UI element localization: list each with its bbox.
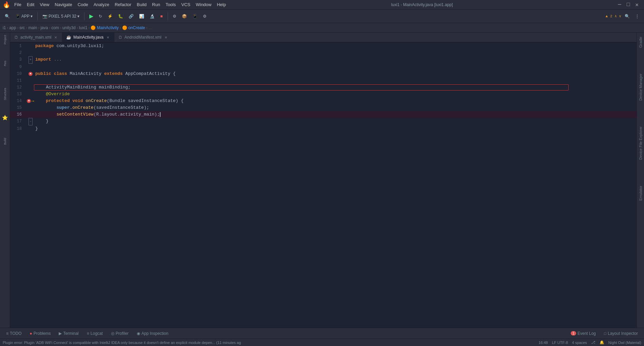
stop-button[interactable]: ■	[158, 13, 165, 20]
device-file-explorer-panel-label[interactable]: Device File Explorer	[638, 125, 643, 161]
gutter-18	[27, 125, 34, 132]
sidebar-project[interactable]: Project	[1, 35, 10, 44]
todo-tab[interactable]: ≡ TODO	[3, 330, 25, 337]
app-inspection-tab[interactable]: ◉ App Inspection	[133, 330, 172, 337]
breadcrumb-i1[interactable]: i1	[3, 25, 6, 30]
device-label: PIXEL 5 API 32	[49, 14, 76, 19]
menu-help[interactable]: Help	[214, 1, 229, 8]
tab-main-activity-close[interactable]: ✕	[106, 35, 110, 40]
menu-run[interactable]: Run	[149, 1, 163, 8]
code-line-14: 14 ● → protected void onCreate(Bundle sa…	[10, 98, 637, 104]
menu-view[interactable]: View	[37, 1, 52, 8]
sidebar-favorites[interactable]: ⭐	[1, 113, 10, 122]
attach-debugger-button[interactable]: 🔗	[127, 13, 136, 20]
breakpoint-icon-14[interactable]: ●	[27, 99, 31, 103]
code-editor[interactable]: 1 package com.unity3d.luxi1; 2 3 + impor…	[10, 43, 637, 328]
menu-file[interactable]: File	[12, 1, 24, 8]
code-line-18: 18 }	[10, 125, 637, 132]
run-button[interactable]: ▶	[87, 12, 95, 20]
breadcrumb-luxi1[interactable]: luxi1	[79, 25, 88, 30]
breadcrumb-java[interactable]: java	[40, 25, 48, 30]
menu-refactor[interactable]: Refactor	[112, 1, 134, 8]
search-everywhere-button[interactable]: 🔍	[3, 13, 12, 20]
code-line-1: 1 package com.unity3d.luxi1;	[10, 43, 637, 49]
tab-activity-main-label: activity_main.xml	[20, 35, 51, 40]
breadcrumb-mainactivity[interactable]: 🟠 MainActivity	[91, 25, 118, 30]
logcat-tab[interactable]: ≡ Logcat	[83, 330, 106, 337]
tab-activity-main-close[interactable]: ✕	[53, 35, 58, 40]
breadcrumb-com[interactable]: com	[51, 25, 59, 30]
editor-empty-space	[10, 132, 637, 268]
device-selector-button[interactable]: 📷 PIXEL 5 API 32 ▾	[40, 13, 81, 20]
fold-icon-3[interactable]: +	[29, 56, 33, 64]
terminal-tab[interactable]: ▶ Terminal	[55, 330, 82, 337]
terminal-label: Terminal	[63, 331, 78, 336]
settings-button[interactable]: ⚙	[201, 13, 209, 20]
breadcrumb-oncreate[interactable]: 🟠 onCreate	[122, 25, 145, 30]
problems-tab[interactable]: ● Problems	[26, 330, 54, 337]
refresh-button[interactable]: ↻	[97, 13, 104, 20]
tabs-bar: 🗋 activity_main.xml ✕ ☕ MainActivity.jav…	[10, 33, 637, 43]
line-content-3: import ...	[34, 56, 637, 64]
run-with-coverage-button[interactable]: ⚡	[106, 13, 115, 20]
sidebar-resource-manager[interactable]: Res	[1, 59, 10, 68]
tab-android-manifest[interactable]: 🗋 AndroidManifest.xml ✕	[114, 33, 172, 42]
profiler-tab[interactable]: ◎ Profiler	[108, 330, 132, 337]
event-log-count: 1	[571, 331, 576, 335]
breadcrumb-app[interactable]: app	[9, 25, 16, 30]
breadcrumb-expand[interactable]: …	[149, 25, 153, 30]
menu-analyze[interactable]: Analyze	[91, 1, 112, 8]
profile-button[interactable]: 📊	[137, 13, 146, 20]
device-manager-panel-label[interactable]: Device Manager	[638, 72, 643, 102]
tab-main-activity[interactable]: ☕ MainActivity.java ✕	[62, 33, 114, 42]
analyze-apk-button[interactable]: 🔬	[148, 13, 157, 20]
fold-icon-17[interactable]: -	[29, 118, 33, 125]
breadcrumb-main[interactable]: main	[28, 25, 37, 30]
maximize-button[interactable]: □	[624, 2, 633, 8]
notification-icon: 🔔	[600, 340, 604, 345]
sdk-manager-button[interactable]: 📦	[180, 13, 189, 20]
encoding[interactable]: LF UTF-8	[552, 341, 568, 345]
minimize-button[interactable]: ─	[615, 2, 624, 8]
close-button[interactable]: ✕	[632, 1, 641, 8]
search-button[interactable]: 🔍	[623, 13, 632, 20]
event-log-label: Event Log	[577, 331, 596, 336]
menu-window[interactable]: Window	[193, 1, 214, 8]
event-log-tab[interactable]: 1 Event Log	[567, 330, 599, 337]
todo-label: TODO	[10, 331, 21, 336]
line-number-9: 9	[10, 64, 27, 70]
menu-vcs[interactable]: VCS	[178, 1, 193, 8]
menu-build[interactable]: Build	[134, 1, 149, 8]
line-number-16: 16	[10, 111, 27, 118]
theme[interactable]: Night Owl (Material)	[608, 341, 641, 345]
breakpoint-icon-10[interactable]: ●	[29, 72, 33, 76]
tab-android-manifest-close[interactable]: ✕	[164, 35, 168, 40]
run-config-button[interactable]: 📱 APP ▾	[13, 13, 35, 20]
debug-button[interactable]: 🐛	[116, 13, 125, 20]
gradle-panel-label[interactable]: Gradle	[638, 35, 643, 49]
warnings-count[interactable]: ▲ 2 ∧ ∨	[606, 14, 621, 18]
indent[interactable]: 4 spaces	[572, 341, 587, 345]
menu-navigate[interactable]: Navigate	[52, 1, 75, 8]
avd-manager-button[interactable]: 📱	[190, 13, 200, 20]
app-inspection-icon: ◉	[137, 331, 140, 336]
sidebar-build-variants[interactable]: Build	[1, 137, 10, 146]
line-content-16: setContentView(R.layout.activity_main);	[34, 111, 637, 118]
menu-tools[interactable]: Tools	[163, 1, 178, 8]
sync-button[interactable]: ⚙	[171, 13, 178, 20]
more-options-button[interactable]: ⋮	[633, 13, 641, 20]
line-number-1: 1	[10, 43, 27, 49]
tab-activity-main[interactable]: 🗋 activity_main.xml ✕	[10, 33, 62, 42]
code-line-10: 10 ● public class MainActivity extends A…	[10, 70, 637, 77]
line-number-10: 10	[10, 70, 27, 77]
breadcrumb-unity3d[interactable]: unity3d	[62, 25, 76, 30]
sidebar-structure[interactable]: Structure	[1, 89, 10, 98]
line-content-13: @Override	[34, 91, 637, 98]
layout-inspector-tab[interactable]: □ Layout Inspector	[601, 330, 641, 337]
emulator-panel-label[interactable]: Emulator	[638, 184, 643, 202]
breadcrumb-src[interactable]: src	[19, 25, 25, 30]
logcat-icon: ≡	[87, 331, 89, 336]
line-col[interactable]: 16:48	[538, 341, 548, 345]
menu-code[interactable]: Code	[75, 1, 91, 8]
menu-edit[interactable]: Edit	[24, 1, 37, 8]
